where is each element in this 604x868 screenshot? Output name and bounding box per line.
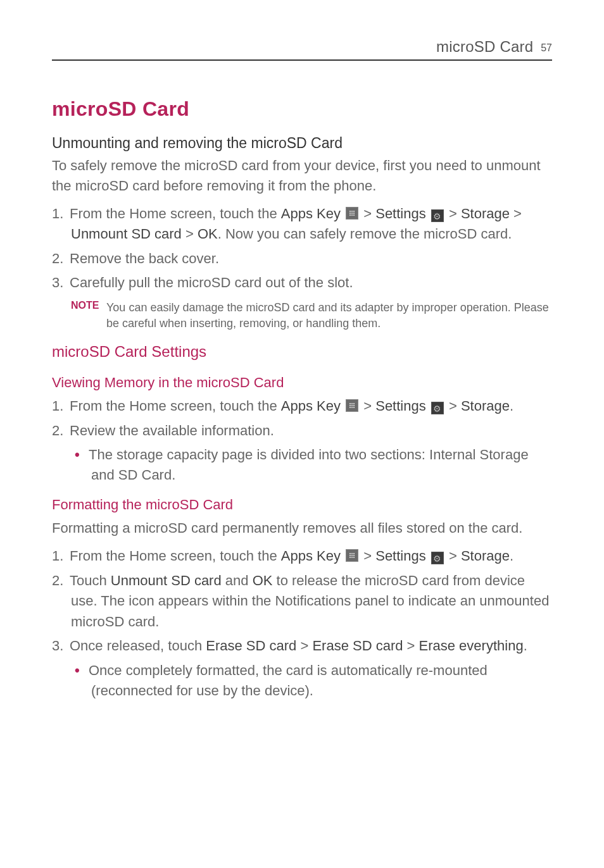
text: Touch xyxy=(70,573,111,588)
text: > xyxy=(445,548,461,564)
list-formatting: 1. From the Home screen, touch the Apps … xyxy=(52,546,552,701)
settings-icon: ⚙ xyxy=(431,552,444,564)
text: > xyxy=(360,398,375,414)
bullet-item: •Once completely formatted, the card is … xyxy=(52,660,552,701)
list-item: 2. Review the available information. xyxy=(52,421,552,442)
apps-key-icon xyxy=(346,549,358,562)
bold-text: Erase SD card xyxy=(312,638,403,654)
text: From the Home screen, touch the xyxy=(70,398,281,414)
text: > xyxy=(360,548,375,564)
text: . xyxy=(510,548,513,564)
section-unmount: Unmounting and removing the microSD Card… xyxy=(52,135,552,332)
bullet-icon: • xyxy=(75,660,89,681)
apps-key-icon xyxy=(346,399,358,412)
bullet-item: •The storage capacity page is divided in… xyxy=(52,445,552,485)
bullet-icon: • xyxy=(75,445,89,465)
text: and xyxy=(222,573,253,588)
bold-text: Apps Key xyxy=(281,206,341,221)
text: From the Home screen, touch the xyxy=(70,548,281,564)
header-page-number: 57 xyxy=(541,42,552,54)
step-number: 3. xyxy=(52,273,70,294)
bold-text: OK xyxy=(253,573,273,588)
section-formatting: Formatting the microSD Card Formatting a… xyxy=(52,497,552,700)
bold-text: Settings xyxy=(375,206,426,221)
text: > xyxy=(403,638,418,654)
settings-icon: ⚙ xyxy=(431,209,444,222)
list-viewing: 1. From the Home screen, touch the Apps … xyxy=(52,396,552,485)
step-number: 3. xyxy=(52,636,70,657)
section-viewing: Viewing Memory in the microSD Card 1. Fr… xyxy=(52,375,552,485)
bold-text: Settings xyxy=(375,548,426,564)
heading-unmount: Unmounting and removing the microSD Card xyxy=(52,135,552,152)
heading-formatting: Formatting the microSD Card xyxy=(52,497,552,513)
note-block: NOTE You can easily damage the microSD c… xyxy=(52,300,552,332)
list-item: 3. Once released, touch Erase SD card > … xyxy=(52,636,552,657)
list-item: 1. From the Home screen, touch the Apps … xyxy=(52,396,552,417)
page-title: microSD Card xyxy=(52,97,552,121)
note-text: You can easily damage the microSD card a… xyxy=(106,300,552,332)
intro-formatting: Formatting a microSD card permanently re… xyxy=(52,518,552,538)
step-number: 1. xyxy=(52,396,70,417)
bold-text: OK xyxy=(198,226,218,242)
settings-icon: ⚙ xyxy=(431,402,444,414)
text: Remove the back cover. xyxy=(70,251,219,266)
heading-viewing: Viewing Memory in the microSD Card xyxy=(52,375,552,391)
list-item: 1. From the Home screen, touch the Apps … xyxy=(52,204,552,245)
bold-text: Storage xyxy=(461,398,510,414)
text: . xyxy=(510,398,513,414)
text: > xyxy=(445,206,461,221)
text: > xyxy=(510,206,522,221)
bold-text: Storage xyxy=(461,548,510,564)
list-item: 2. Remove the back cover. xyxy=(52,249,552,270)
page-content: microSD Card 57 microSD Card Unmounting … xyxy=(0,0,604,701)
bold-text: Unmount SD card xyxy=(71,226,182,242)
step-number: 1. xyxy=(52,204,70,225)
list-unmount: 1. From the Home screen, touch the Apps … xyxy=(52,204,552,294)
step-number: 1. xyxy=(52,546,70,567)
step-number: 2. xyxy=(52,249,70,270)
text: Carefully pull the microSD card out of t… xyxy=(70,275,353,290)
text: Once completely formatted, the card is a… xyxy=(89,662,488,698)
bold-text: Erase everything xyxy=(419,638,524,654)
text: > xyxy=(445,398,461,414)
list-item: 1. From the Home screen, touch the Apps … xyxy=(52,546,552,567)
text: > xyxy=(182,226,198,242)
text: From the Home screen, touch the xyxy=(70,206,281,221)
bold-text: Settings xyxy=(375,398,426,414)
text: Review the available information. xyxy=(70,423,274,438)
page-header: microSD Card 57 xyxy=(52,38,552,61)
bold-text: Storage xyxy=(461,206,510,221)
intro-unmount: To safely remove the microSD card from y… xyxy=(52,156,552,196)
heading-settings: microSD Card Settings xyxy=(52,343,552,361)
step-number: 2. xyxy=(52,421,70,442)
header-title: microSD Card xyxy=(436,38,533,56)
text: The storage capacity page is divided int… xyxy=(89,447,529,483)
text: . Now you can safely remove the microSD … xyxy=(218,226,512,242)
text: > xyxy=(360,206,375,221)
note-label: NOTE xyxy=(71,300,106,311)
list-item: 3. Carefully pull the microSD card out o… xyxy=(52,273,552,294)
bold-text: Erase SD card xyxy=(206,638,296,654)
text: Once released, touch xyxy=(70,638,206,654)
text: > xyxy=(296,638,312,654)
list-item: 2. Touch Unmount SD card and OK to relea… xyxy=(52,571,552,633)
bold-text: Unmount SD card xyxy=(111,573,222,588)
bold-text: Apps Key xyxy=(281,398,341,414)
apps-key-icon xyxy=(346,207,358,220)
step-number: 2. xyxy=(52,571,70,592)
text: . xyxy=(524,638,527,654)
bold-text: Apps Key xyxy=(281,548,341,564)
